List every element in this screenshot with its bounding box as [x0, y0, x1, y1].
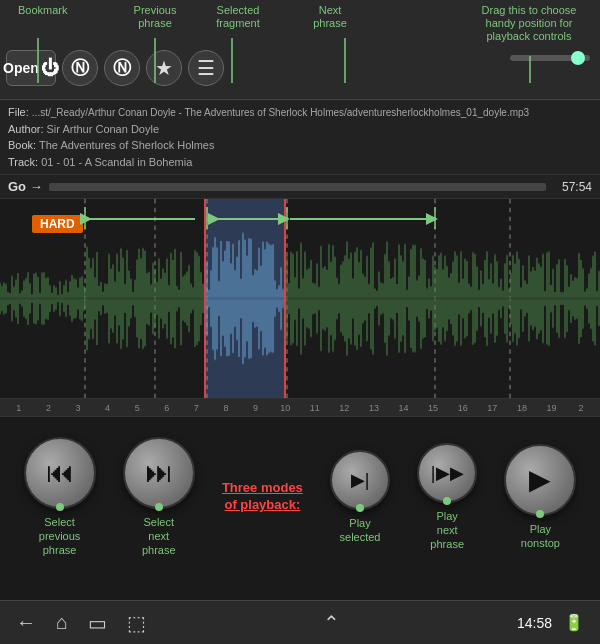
toolbar-buttons: Open ⏻ Ⓝ Ⓝ ★ ☰	[6, 50, 224, 86]
play-next-button[interactable]: |▶▶	[417, 443, 477, 503]
select-prev-button[interactable]: ⏮	[24, 437, 96, 509]
timescale-tick: 12	[330, 403, 360, 413]
timescale-tick: 14	[389, 403, 419, 413]
drag-label: Drag this to choosehandy position forpla…	[464, 4, 594, 44]
timescale-tick: 15	[418, 403, 448, 413]
drag-slider-track	[510, 55, 590, 61]
timescale-tick: 11	[300, 403, 330, 413]
go-row: Go → 57:54	[0, 175, 600, 199]
fast-forward-icon: ⏭	[145, 456, 173, 489]
track-row: Track: 01 - 01 - A Scandal in Bohemia	[8, 154, 592, 171]
timescale-tick: 1	[4, 403, 34, 413]
recents-button[interactable]: ▭	[88, 611, 107, 635]
play-nonstop-dot	[536, 510, 544, 518]
three-modes-wrap: Three modes of playback:	[222, 480, 303, 514]
timescale-tick: 3	[63, 403, 93, 413]
timescale-tick: 8	[211, 403, 241, 413]
play-next-icon: |▶▶	[431, 462, 464, 484]
go-button[interactable]: Go →	[8, 179, 43, 194]
menu-button[interactable]: ☰	[188, 50, 224, 86]
play-next-wrap: |▶▶ Play next phrase	[417, 443, 477, 552]
n-circle-2-button[interactable]: Ⓝ	[104, 50, 140, 86]
select-next-button[interactable]: ⏭	[123, 437, 195, 509]
waveform-canvas	[0, 199, 600, 398]
timescale-tick: 9	[241, 403, 271, 413]
bottom-nav-right: 14:58 🔋	[517, 613, 584, 632]
bookmark-label: Bookmark	[18, 4, 68, 17]
select-next-dot	[155, 503, 163, 511]
three-modes-text: Three modes of playback:	[222, 480, 303, 514]
playback-controls: ⏮ Select previous phrase ⏭ Select next p…	[0, 417, 600, 577]
drag-slider-thumb	[571, 51, 585, 65]
file-row: File: ...st/_Ready/Arthur Conan Doyle - …	[8, 104, 592, 121]
back-button[interactable]: ←	[16, 611, 36, 635]
timescale-tick: 19	[537, 403, 567, 413]
battery-icon: 🔋	[564, 613, 584, 632]
play-nonstop-button[interactable]: ▶	[504, 444, 576, 516]
bookmark-button[interactable]: ★	[146, 50, 182, 86]
timescale-tick: 2	[566, 403, 596, 413]
time-display: 57:54	[552, 180, 592, 194]
timescale-tick: 10	[270, 403, 300, 413]
next-phrase-label: Nextphrase	[305, 4, 355, 30]
book-row: Book: The Adventures of Sherlock Holmes	[8, 137, 592, 154]
play-nonstop-icon: ▶	[529, 463, 551, 496]
select-next-label: Select next phrase	[142, 515, 176, 558]
bottom-nav-center[interactable]: ⌃	[323, 611, 340, 635]
progress-bar[interactable]	[49, 183, 546, 191]
select-prev-dot	[56, 503, 64, 511]
timescale-tick: 16	[448, 403, 478, 413]
bottom-nav: ← ⌂ ▭ ⬚ ⌃ 14:58 🔋	[0, 600, 600, 644]
timescale-tick: 4	[93, 403, 123, 413]
rewind-icon: ⏮	[46, 456, 74, 489]
timescale-tick: 17	[478, 403, 508, 413]
timescale-tick: 18	[507, 403, 537, 413]
bottom-time: 14:58	[517, 615, 552, 631]
selected-label: Selectedfragment	[208, 4, 268, 30]
home-button[interactable]: ⌂	[56, 611, 68, 635]
author-row: Author: Sir Arthur Conan Doyle	[8, 121, 592, 138]
play-selected-icon: ▶|	[351, 469, 370, 491]
play-next-label: Play next phrase	[430, 509, 464, 552]
hard-label: HARD	[32, 215, 83, 233]
screenshot-button[interactable]: ⬚	[127, 611, 146, 635]
drag-slider-area[interactable]	[510, 55, 590, 61]
timescale-tick: 5	[122, 403, 152, 413]
prev-phrase-label: Previousphrase	[130, 4, 180, 30]
timescale-tick: 2	[34, 403, 64, 413]
waveform-container[interactable]: HARD	[0, 199, 600, 399]
timescale: 123456789101112131415161718192	[0, 399, 600, 417]
open-button[interactable]: Open ⏻	[6, 50, 56, 86]
bottom-nav-left: ← ⌂ ▭ ⬚	[16, 611, 146, 635]
timescale-tick: 13	[359, 403, 389, 413]
timescale-tick: 6	[152, 403, 182, 413]
play-next-dot	[443, 497, 451, 505]
play-nonstop-label: Play nonstop	[521, 522, 560, 551]
play-selected-dot	[356, 504, 364, 512]
select-prev-label: Select previous phrase	[39, 515, 81, 558]
select-prev-wrap: ⏮ Select previous phrase	[24, 437, 96, 558]
play-selected-button[interactable]: ▶|	[330, 450, 390, 510]
play-selected-wrap: ▶| Play selected	[330, 450, 390, 545]
n-circle-1-button[interactable]: Ⓝ	[62, 50, 98, 86]
play-nonstop-wrap: ▶ Play nonstop	[504, 444, 576, 551]
toolbar: Bookmark Previousphrase Selectedfragment…	[0, 0, 600, 100]
timescale-tick: 7	[182, 403, 212, 413]
select-next-wrap: ⏭ Select next phrase	[123, 437, 195, 558]
play-selected-label: Play selected	[340, 516, 381, 545]
file-info: File: ...st/_Ready/Arthur Conan Doyle - …	[0, 100, 600, 175]
